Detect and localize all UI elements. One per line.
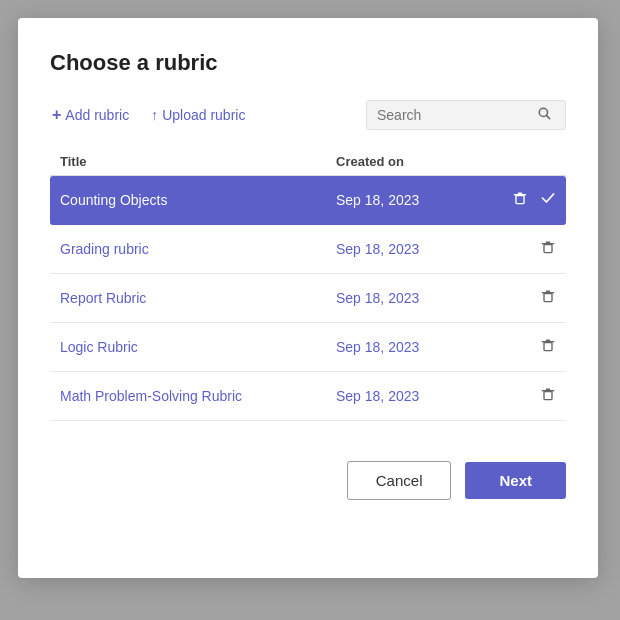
rubric-actions (496, 239, 556, 259)
search-icon (537, 106, 552, 124)
delete-rubric-icon[interactable] (540, 337, 556, 357)
svg-rect-2 (516, 196, 524, 204)
upload-rubric-button[interactable]: ↑ Upload rubric (149, 103, 247, 127)
modal-title: Choose a rubric (50, 50, 566, 76)
table-row[interactable]: Math Problem-Solving RubricSep 18, 2023 (50, 372, 566, 421)
table-row[interactable]: Counting ObjectsSep 18, 2023 (50, 176, 566, 225)
table-row[interactable]: Report RubricSep 18, 2023 (50, 274, 566, 323)
delete-rubric-icon[interactable] (540, 239, 556, 259)
rubric-title: Report Rubric (60, 290, 336, 306)
table-row[interactable]: Grading rubricSep 18, 2023 (50, 225, 566, 274)
rubric-date: Sep 18, 2023 (336, 241, 496, 257)
rubric-date: Sep 18, 2023 (336, 192, 496, 208)
search-input[interactable] (377, 107, 537, 123)
upload-rubric-label: Upload rubric (162, 107, 245, 123)
modal-overlay: Choose a rubric + Add rubric ↑ Upload ru… (0, 0, 620, 620)
modal-footer: Cancel Next (50, 461, 566, 500)
rubric-date: Sep 18, 2023 (336, 388, 496, 404)
selected-check-icon (540, 190, 556, 210)
delete-rubric-icon[interactable] (540, 386, 556, 406)
rubric-title: Math Problem-Solving Rubric (60, 388, 336, 404)
cancel-button[interactable]: Cancel (347, 461, 452, 500)
rubric-title: Grading rubric (60, 241, 336, 257)
add-rubric-button[interactable]: + Add rubric (50, 102, 131, 128)
table-row[interactable]: Logic RubricSep 18, 2023 (50, 323, 566, 372)
rubric-list: Counting ObjectsSep 18, 2023Grading rubr… (50, 176, 566, 421)
rubric-date: Sep 18, 2023 (336, 339, 496, 355)
svg-rect-14 (544, 392, 552, 400)
search-box (366, 100, 566, 130)
delete-rubric-icon[interactable] (512, 190, 528, 210)
rubric-title: Counting Objects (60, 192, 336, 208)
rubric-actions (496, 337, 556, 357)
rubric-actions (496, 386, 556, 406)
rubric-actions (496, 288, 556, 308)
upload-icon: ↑ (151, 107, 158, 123)
next-button[interactable]: Next (465, 462, 566, 499)
choose-rubric-modal: Choose a rubric + Add rubric ↑ Upload ru… (18, 18, 598, 578)
table-header: Title Created on (50, 148, 566, 176)
svg-rect-11 (544, 343, 552, 351)
rubric-date: Sep 18, 2023 (336, 290, 496, 306)
svg-rect-8 (544, 294, 552, 302)
rubric-actions (496, 190, 556, 210)
col-created-header: Created on (336, 154, 496, 169)
toolbar-left: + Add rubric ↑ Upload rubric (50, 102, 247, 128)
svg-rect-5 (544, 245, 552, 253)
rubric-title: Logic Rubric (60, 339, 336, 355)
svg-line-1 (546, 115, 549, 118)
col-title-header: Title (60, 154, 336, 169)
plus-icon: + (52, 106, 61, 124)
add-rubric-label: Add rubric (65, 107, 129, 123)
toolbar: + Add rubric ↑ Upload rubric (50, 100, 566, 130)
delete-rubric-icon[interactable] (540, 288, 556, 308)
